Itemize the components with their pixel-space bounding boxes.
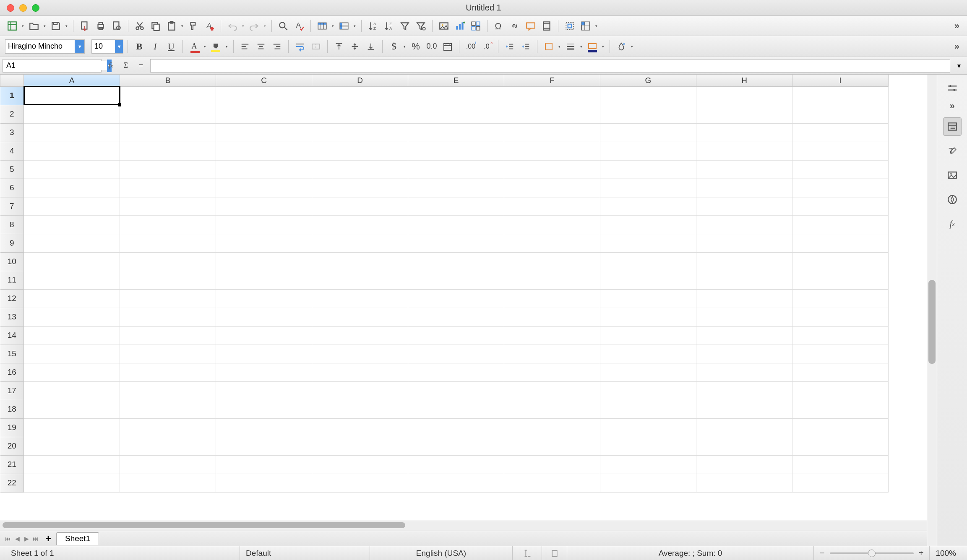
next-sheet-button[interactable]: ▶: [22, 534, 31, 543]
cell-E10[interactable]: [408, 252, 504, 271]
paste-dropdown[interactable]: ▾: [180, 19, 185, 33]
cell-C22[interactable]: [216, 474, 312, 492]
insert-image-button[interactable]: [437, 19, 451, 33]
last-sheet-button[interactable]: ⏭: [31, 534, 40, 543]
cell-A16[interactable]: [24, 363, 120, 381]
insert-hyperlink-button[interactable]: [508, 19, 522, 33]
cell-F13[interactable]: [504, 308, 600, 326]
cell-H16[interactable]: [696, 363, 792, 381]
cell-F14[interactable]: [504, 326, 600, 345]
cell-H3[interactable]: [696, 123, 792, 142]
zoom-level[interactable]: 100%: [930, 549, 962, 558]
cell-B20[interactable]: [120, 437, 216, 455]
row-header-13[interactable]: 13: [0, 308, 24, 326]
cell-I19[interactable]: [792, 418, 889, 437]
date-format-button[interactable]: [440, 39, 455, 54]
insert-pivot-button[interactable]: [469, 19, 483, 33]
bold-button[interactable]: B: [132, 39, 146, 54]
cell-B1[interactable]: [120, 86, 216, 105]
cell-G16[interactable]: [600, 363, 696, 381]
cell-B16[interactable]: [120, 363, 216, 381]
define-print-area-button[interactable]: [563, 19, 577, 33]
cell-B19[interactable]: [120, 418, 216, 437]
cell-H4[interactable]: [696, 142, 792, 160]
cut-button[interactable]: [133, 19, 147, 33]
cell-G4[interactable]: [600, 142, 696, 160]
sheet-tab-1[interactable]: Sheet1: [56, 532, 99, 545]
column-header-I[interactable]: I: [792, 75, 889, 86]
cell-F20[interactable]: [504, 437, 600, 455]
cell-I9[interactable]: [792, 234, 889, 252]
cell-A4[interactable]: [24, 142, 120, 160]
formatting-overflow-button[interactable]: »: [952, 41, 962, 52]
toolbar-overflow-button[interactable]: »: [952, 21, 962, 31]
cell-F21[interactable]: [504, 455, 600, 474]
new-document-dropdown[interactable]: ▾: [20, 19, 25, 33]
cell-A20[interactable]: [24, 437, 120, 455]
cell-H18[interactable]: [696, 400, 792, 418]
row-header-1[interactable]: 1: [0, 86, 24, 105]
cell-F7[interactable]: [504, 197, 600, 215]
cell-G18[interactable]: [600, 400, 696, 418]
cell-E22[interactable]: [408, 474, 504, 492]
cell-D16[interactable]: [312, 363, 408, 381]
cell-C19[interactable]: [216, 418, 312, 437]
cell-F18[interactable]: [504, 400, 600, 418]
cell-G9[interactable]: [600, 234, 696, 252]
cell-F5[interactable]: [504, 160, 600, 179]
cell-I20[interactable]: [792, 437, 889, 455]
first-sheet-button[interactable]: ⏮: [3, 534, 13, 543]
cell-A18[interactable]: [24, 400, 120, 418]
cell-E3[interactable]: [408, 123, 504, 142]
insert-special-char-button[interactable]: Ω: [492, 19, 506, 33]
cell-D21[interactable]: [312, 455, 408, 474]
cell-B11[interactable]: [120, 271, 216, 289]
cell-E14[interactable]: [408, 326, 504, 345]
spellcheck-button[interactable]: A: [292, 19, 306, 33]
freeze-panes-dropdown[interactable]: ▾: [594, 19, 599, 33]
row-header-9[interactable]: 9: [0, 234, 24, 252]
row-header-22[interactable]: 22: [0, 474, 24, 492]
row-header-14[interactable]: 14: [0, 326, 24, 345]
column-header-H[interactable]: H: [696, 75, 792, 86]
prev-sheet-button[interactable]: ◀: [13, 534, 22, 543]
gallery-panel-button[interactable]: [943, 166, 962, 184]
cell-B21[interactable]: [120, 455, 216, 474]
cell-A14[interactable]: [24, 326, 120, 345]
cell-C15[interactable]: [216, 345, 312, 363]
align-bottom-button[interactable]: [364, 39, 378, 54]
font-color-dropdown[interactable]: ▾: [202, 39, 207, 54]
cell-I21[interactable]: [792, 455, 889, 474]
cell-D3[interactable]: [312, 123, 408, 142]
cell-B3[interactable]: [120, 123, 216, 142]
cell-C2[interactable]: [216, 105, 312, 123]
cell-H13[interactable]: [696, 308, 792, 326]
sidebar-settings-icon[interactable]: [943, 79, 962, 97]
name-box[interactable]: ▼: [3, 59, 102, 73]
add-decimal-button[interactable]: .00+: [464, 39, 478, 54]
cell-E1[interactable]: [408, 86, 504, 105]
cell-B10[interactable]: [120, 252, 216, 271]
cell-B4[interactable]: [120, 142, 216, 160]
column-header-F[interactable]: F: [504, 75, 600, 86]
italic-button[interactable]: I: [148, 39, 162, 54]
row-header-19[interactable]: 19: [0, 418, 24, 437]
cell-B14[interactable]: [120, 326, 216, 345]
cell-C12[interactable]: [216, 289, 312, 308]
cell-A9[interactable]: [24, 234, 120, 252]
cell-G10[interactable]: [600, 252, 696, 271]
cell-C13[interactable]: [216, 308, 312, 326]
cell-G22[interactable]: [600, 474, 696, 492]
cell-A5[interactable]: [24, 160, 120, 179]
cell-F3[interactable]: [504, 123, 600, 142]
cell-C17[interactable]: [216, 381, 312, 400]
cell-I11[interactable]: [792, 271, 889, 289]
status-cell-style[interactable]: Default: [240, 546, 370, 560]
cell-A6[interactable]: [24, 179, 120, 197]
row-operations-dropdown[interactable]: ▾: [330, 19, 335, 33]
font-color-button[interactable]: A: [187, 39, 201, 54]
cell-C21[interactable]: [216, 455, 312, 474]
number-format-button[interactable]: 0.0: [425, 39, 439, 54]
cell-G6[interactable]: [600, 179, 696, 197]
functions-panel-button[interactable]: fx: [943, 215, 962, 233]
